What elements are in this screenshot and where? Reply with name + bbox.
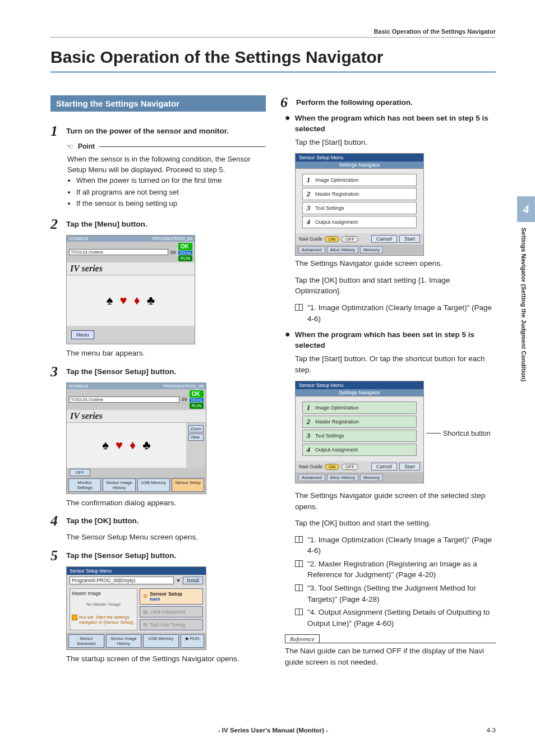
start-button[interactable]: Start	[399, 235, 420, 243]
nav-item-label: Master Registration	[315, 419, 359, 425]
tab-memory[interactable]: Memory	[360, 246, 383, 253]
prog-label: PROG00:PROG_00	[152, 236, 192, 241]
tab-sensor-advanced[interactable]: Sensor Advanced	[68, 634, 104, 648]
no-master-text: No Master Image	[72, 597, 135, 611]
page-footer: - IV Series User's Manual (Monitor) - 4-…	[50, 727, 496, 734]
step-6: 6 Perform the following operation.	[280, 95, 496, 110]
point-bullet: If the sensor is being setting up	[76, 199, 265, 209]
nav-item-label: Tool Settings	[315, 433, 344, 439]
cancel-button[interactable]: Cancel	[371, 463, 397, 471]
nav-item-label: Tool Settings	[315, 205, 344, 211]
tool-dropdown[interactable]: TOOL01:Outline	[69, 397, 179, 403]
program-dropdown[interactable]: Program00:PROG_00(Empty)	[70, 577, 174, 584]
reference-text: "4. Output Assignment (Setting Details o…	[307, 607, 496, 629]
step-caption: The menu bar appears.	[66, 348, 266, 359]
zoom-button[interactable]: Zoom	[188, 425, 204, 432]
page-title: Basic Operation of the Settings Navigato…	[50, 48, 496, 73]
navi-on-button[interactable]: ON	[325, 464, 339, 470]
nav-item-label: Master Registration	[315, 191, 359, 197]
tab-advanced[interactable]: Advanced	[298, 246, 325, 253]
iv-series-label: IV series	[67, 410, 206, 423]
case-a-instruction: Tap the [Start] button.	[295, 137, 496, 148]
bullet-icon: ●	[285, 113, 290, 122]
sensor-setup-button[interactable]: ⚙ Sensor Setup NAVI	[140, 588, 203, 605]
diamond-icon: ♦	[134, 293, 140, 308]
point-icon: ☜	[66, 142, 73, 151]
limit-label: Limit Adjustment	[150, 609, 185, 615]
reference-box: Reference The Navi guide can be turned O…	[285, 633, 496, 667]
tab-history[interactable]: Alloc History	[327, 246, 358, 253]
view-button[interactable]: View	[188, 434, 204, 441]
case-b-after1: The Settings Navigator guide screen of t…	[295, 490, 496, 512]
tab-sensor-setup[interactable]: Sensor Setup	[172, 478, 204, 492]
nav-item-tool-settings[interactable]: 3Tool Settings	[302, 430, 417, 442]
prog-label: PROG00:PROG_00	[163, 384, 204, 389]
screenshot-settings-navigator-b: Sensor Setup Menu Settings Navigator 1Im…	[295, 381, 424, 483]
tab-memory[interactable]: Memory	[360, 474, 383, 481]
book-icon	[295, 584, 303, 591]
step-text: Tap the [Sensor Setup] button.	[66, 548, 176, 561]
running-head: Basic Operation of the Settings Navigato…	[50, 28, 496, 38]
nav-item-tool-settings[interactable]: 3Tool Settings	[302, 202, 417, 214]
reference-text: "1. Image Optimization (Clearly Image a …	[307, 534, 496, 556]
detail-button[interactable]: Detail	[183, 577, 203, 584]
nav-item-image-opt[interactable]: 1Image Optimization	[302, 174, 417, 186]
tab-history[interactable]: Alloc History	[327, 474, 358, 481]
point-box: ☜ Point When the sensor is in the follow…	[66, 142, 266, 209]
reference-body: The Navi guide can be turned OFF if the …	[285, 646, 496, 667]
reference-link: "2. Master Registration (Registering an …	[295, 559, 496, 580]
step-3: 3 Tap the [Sensor Setup] button.	[50, 365, 266, 379]
point-bullet: When the power is turned on for the firs…	[76, 176, 265, 186]
tab-usb-memory[interactable]: USB Memory	[137, 478, 170, 492]
smenu-subtitle: Settings Navigator	[296, 389, 423, 397]
limit-adjust-button[interactable]: ▤Limit Adjustment	[140, 606, 203, 617]
iv-series-label: IV series	[67, 262, 195, 275]
smenu-title: Sensor Setup Menu	[296, 154, 423, 162]
footer-page-number: 4-3	[468, 727, 496, 734]
slider-icon: ▤	[143, 609, 148, 615]
nav-item-image-opt[interactable]: 1Image Optimization	[302, 402, 417, 414]
section-heading: Starting the Settings Navigator	[50, 95, 266, 112]
tab-monitor-settings[interactable]: Monitor Settings	[68, 478, 101, 492]
reference-link: "3. Tool Settings (Setting the Judgment …	[295, 583, 496, 605]
ok-badge: OK	[190, 390, 204, 398]
navi-off-button[interactable]: OFF	[342, 464, 358, 470]
point-bullet: If all programs are not being set	[76, 187, 265, 198]
smenu-title: Sensor Setup Menu	[296, 381, 423, 389]
tab-usb-memory[interactable]: USB Memory	[143, 634, 179, 648]
cancel-button[interactable]: Cancel	[371, 235, 397, 243]
case-a-after1: The Settings Navigator guide screen open…	[295, 258, 496, 269]
step-text: Perform the following operation.	[296, 95, 413, 108]
tool-dropdown[interactable]: TOOL01:Outline	[69, 249, 168, 255]
point-label: Point	[78, 142, 95, 150]
tab-advanced[interactable]: Advanced	[298, 474, 325, 481]
menu-button[interactable]: Menu	[71, 330, 94, 339]
nav-item-output-assign[interactable]: 4Output Assignment	[302, 216, 417, 228]
book-icon	[295, 560, 303, 567]
start-button[interactable]: Start	[399, 463, 420, 471]
nav-item-label: Image Optimization	[315, 405, 359, 411]
navi-off-button[interactable]: OFF	[342, 236, 358, 242]
nav-item-master-reg[interactable]: 2Master Registration	[302, 188, 417, 200]
off-button[interactable]: OFF	[70, 469, 90, 476]
reference-link: "4. Output Assignment (Setting Details o…	[295, 607, 496, 629]
tab-sensor-history[interactable]: Sensor Image History	[103, 478, 135, 492]
step-4: 4 Tap the [OK] button.	[50, 514, 266, 528]
step-1: 1 Turn on the power of the sensor and mo…	[50, 124, 266, 139]
auto-label: Tool Auto Tuning	[150, 622, 185, 628]
nav-item-output-assign[interactable]: 4Output Assignment	[302, 444, 417, 456]
play-icon: ▶	[186, 636, 189, 641]
step-2: 2 Tap the [Menu] button.	[50, 217, 266, 232]
auto-tuning-button[interactable]: ⚙Tool Auto Tuning	[140, 619, 203, 630]
navi-on-button[interactable]: ON	[325, 236, 339, 242]
nav-item-master-reg[interactable]: 2Master Registration	[302, 416, 417, 428]
tab-sensor-history[interactable]: Sensor Image History	[106, 634, 142, 648]
reference-text: "3. Tool Settings (Setting the Judgment …	[307, 583, 496, 605]
score-value: 99	[182, 397, 187, 402]
right-column: 6 Perform the following operation. ● Whe…	[280, 95, 496, 670]
club-icon: ♣	[147, 293, 155, 308]
ms-badge: 101ms	[190, 398, 204, 402]
step-text: Tap the [Sensor Setup] button.	[66, 365, 176, 377]
reference-link: "1. Image Optimization (Clearly Image a …	[295, 534, 496, 556]
step-number: 5	[50, 548, 62, 563]
